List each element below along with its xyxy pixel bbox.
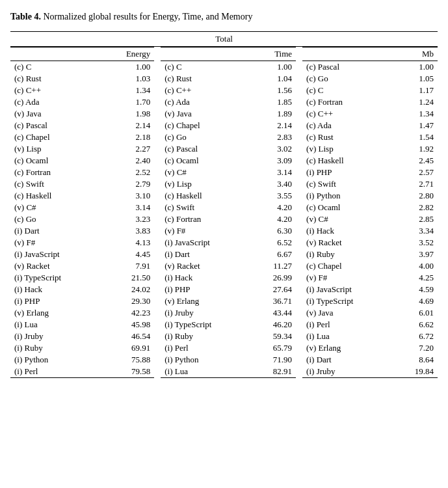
table-row: (c) Haskell3.10 <box>10 190 154 202</box>
energy-table-cell: Energy (c) C1.00(c) Rust1.03(c) C++1.34(… <box>10 46 154 378</box>
lang-cell: (c) C++ <box>161 85 251 96</box>
val-cell: 3.02 <box>252 143 296 155</box>
lang-cell: (v) C# <box>302 213 393 225</box>
lang-cell: (i) Jruby <box>302 366 393 378</box>
val-cell: 1.04 <box>252 73 296 85</box>
table-row: (c) Go3.23 <box>10 213 154 225</box>
table-row: (v) C#3.14 <box>161 167 296 178</box>
lang-cell: (c) C <box>161 61 251 73</box>
lang-cell: (i) Ruby <box>302 249 393 260</box>
table-row: (c) C1.00 <box>10 61 154 73</box>
val-cell: 75.88 <box>101 354 154 366</box>
table-row: (v) C#2.85 <box>302 213 438 225</box>
val-cell: 2.27 <box>101 143 154 155</box>
val-cell: 1.47 <box>393 120 438 131</box>
val-cell: 2.79 <box>101 178 154 190</box>
val-cell: 3.83 <box>101 225 154 237</box>
lang-cell: (i) Perl <box>10 366 101 378</box>
val-cell: 1.00 <box>101 61 154 73</box>
table-row: (i) Ruby59.34 <box>161 331 296 342</box>
lang-cell: (v) F# <box>161 225 251 237</box>
table-row: (i) Ruby3.97 <box>302 249 438 260</box>
lang-cell: (c) C++ <box>10 85 101 96</box>
val-cell: 2.14 <box>252 120 296 131</box>
val-cell: 6.62 <box>393 319 438 331</box>
table-row: (i) JavaScript4.59 <box>302 284 438 295</box>
table-row: (c) Go1.05 <box>302 73 438 85</box>
lang-cell: (c) Swift <box>302 178 393 190</box>
table-row: (i) Python71.90 <box>161 354 296 366</box>
val-cell: 1.05 <box>393 73 438 85</box>
val-cell: 2.57 <box>393 167 438 178</box>
lang-cell: (i) Jruby <box>161 307 251 319</box>
val-cell: 1.85 <box>252 96 296 108</box>
val-cell: 1.00 <box>393 61 438 73</box>
table-row: (v) Racket11.27 <box>161 260 296 272</box>
val-cell: 1.34 <box>393 108 438 120</box>
val-cell: 3.34 <box>393 225 438 237</box>
table-row: (v) F#4.25 <box>302 272 438 284</box>
val-cell: 3.14 <box>101 202 154 213</box>
val-cell: 7.91 <box>101 260 154 272</box>
table-row: (v) Java1.89 <box>161 108 296 120</box>
val-cell: 1.56 <box>252 85 296 96</box>
table-row: (c) Swift2.71 <box>302 178 438 190</box>
lang-cell: (i) JavaScript <box>10 249 101 260</box>
table-row: (c) Go2.83 <box>161 131 296 143</box>
val-cell: 59.34 <box>252 331 296 342</box>
val-cell: 4.20 <box>252 202 296 213</box>
lang-cell: (c) Chapel <box>302 260 393 272</box>
val-cell: 69.91 <box>101 342 154 354</box>
lang-cell: (c) Fortran <box>302 96 393 108</box>
val-cell: 3.14 <box>252 167 296 178</box>
lang-cell: (c) Haskell <box>161 190 251 202</box>
lang-cell: (v) Erlang <box>10 307 101 319</box>
table-row: (c) Pascal2.14 <box>10 120 154 131</box>
val-cell: 2.83 <box>252 131 296 143</box>
lang-cell: (c) Ada <box>302 120 393 131</box>
table-row: (i) Perl6.62 <box>302 319 438 331</box>
lang-cell: (v) F# <box>10 237 101 249</box>
table-row: (i) Python2.80 <box>302 190 438 202</box>
lang-cell: (i) Ruby <box>10 342 101 354</box>
lang-cell: (c) Chapel <box>161 120 251 131</box>
lang-cell: (i) Lua <box>302 331 393 342</box>
table-row: (c) Rust1.54 <box>302 131 438 143</box>
table-row: (c) C1.00 <box>161 61 296 73</box>
lang-cell: (c) C <box>302 85 393 96</box>
lang-cell: (c) Ada <box>10 96 101 108</box>
table-row: (i) JavaScript6.52 <box>161 237 296 249</box>
table-row: (c) Rust1.04 <box>161 73 296 85</box>
lang-cell: (v) Java <box>10 108 101 120</box>
val-cell: 21.50 <box>101 272 154 284</box>
lang-cell: (c) Swift <box>10 178 101 190</box>
lang-cell: (i) TypeScript <box>10 272 101 284</box>
val-cell: 1.70 <box>101 96 154 108</box>
table-row: (v) Erlang42.23 <box>10 307 154 319</box>
table-row: (i) PHP27.64 <box>161 284 296 295</box>
val-cell: 27.64 <box>252 284 296 295</box>
val-cell: 6.72 <box>393 331 438 342</box>
table-row: (i) PHP29.30 <box>10 295 154 307</box>
val-cell: 79.58 <box>101 366 154 378</box>
val-cell: 43.44 <box>252 307 296 319</box>
val-cell: 1.17 <box>393 85 438 96</box>
val-cell: 6.01 <box>393 307 438 319</box>
lang-cell: (i) Perl <box>302 319 393 331</box>
table-row: (v) Java6.01 <box>302 307 438 319</box>
lang-cell: (c) Rust <box>302 131 393 143</box>
lang-cell: (v) Lisp <box>302 143 393 155</box>
time-table: Time (c) C1.00(c) Rust1.04(c) C++1.56(c)… <box>161 47 296 378</box>
lang-cell: (c) Pascal <box>10 120 101 131</box>
val-cell: 19.84 <box>393 366 438 378</box>
table-row: (v) Racket3.52 <box>302 237 438 249</box>
table-row: (c) Fortran1.24 <box>302 96 438 108</box>
val-cell: 3.55 <box>252 190 296 202</box>
table-row: (c) C++1.34 <box>10 85 154 96</box>
val-cell: 4.20 <box>252 213 296 225</box>
val-cell: 29.30 <box>101 295 154 307</box>
table-row: (i) Perl79.58 <box>10 366 154 378</box>
lang-cell: (v) Java <box>161 108 251 120</box>
table-row: (c) Fortran4.20 <box>161 213 296 225</box>
table-row: (c) Pascal1.00 <box>302 61 438 73</box>
